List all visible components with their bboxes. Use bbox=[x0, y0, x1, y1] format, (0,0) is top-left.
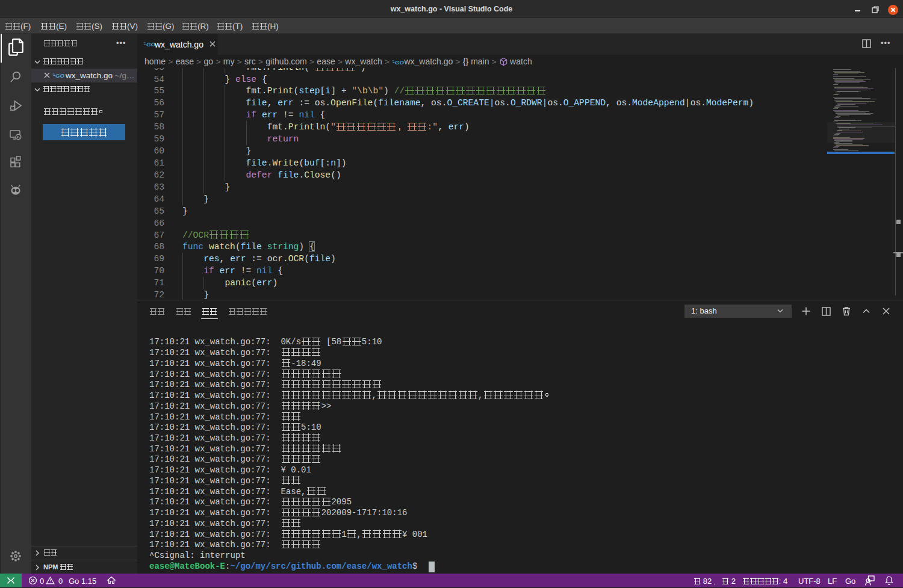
svg-text:GO: GO bbox=[146, 41, 155, 48]
svg-text:GO: GO bbox=[395, 59, 404, 66]
svg-text:GO: GO bbox=[55, 72, 64, 79]
